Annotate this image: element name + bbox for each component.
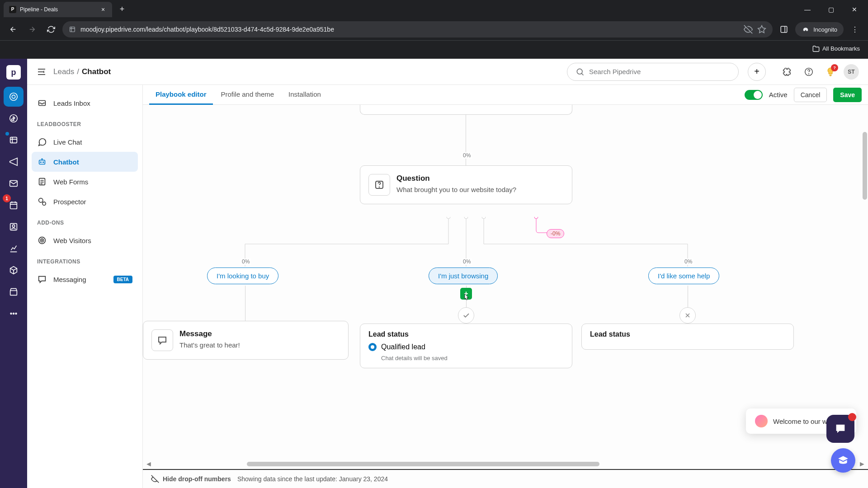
prospector-icon	[37, 197, 47, 206]
chat-bubble-icon	[834, 422, 847, 435]
collapse-sidebar-icon[interactable]	[36, 66, 47, 77]
breadcrumb-parent[interactable]: Leads	[53, 67, 74, 76]
radar-icon	[37, 235, 47, 245]
chat-fab[interactable]	[826, 415, 854, 443]
svg-point-20	[809, 74, 809, 74]
scroll-right-icon[interactable]: ►	[859, 461, 865, 467]
dropoff-percent: 0%	[683, 258, 693, 265]
incognito-badge[interactable]: Incognito	[795, 22, 844, 37]
sidebar-item-label: Messaging	[53, 276, 86, 283]
user-avatar[interactable]: ST	[844, 64, 859, 80]
scrollbar-thumb[interactable]	[247, 462, 599, 466]
flow-node-ghost[interactable]	[360, 105, 572, 115]
vertical-scrollbar[interactable]	[862, 105, 868, 461]
choice-chip-browsing[interactable]: I'm just browsing	[429, 267, 498, 284]
search-placeholder: Search Pipedrive	[589, 68, 641, 75]
app-logo[interactable]: p	[6, 65, 21, 80]
flow-node-question[interactable]: Question What brought you to our website…	[360, 165, 572, 204]
add-node-button[interactable]	[460, 288, 472, 300]
icon-rail: p 1	[0, 59, 27, 488]
save-button[interactable]: Save	[833, 88, 862, 102]
reload-button[interactable]	[43, 22, 59, 37]
horizontal-scrollbar[interactable]: ◄ ►	[143, 461, 868, 467]
tab-installation[interactable]: Installation	[282, 85, 327, 105]
rail-item-contacts[interactable]	[4, 217, 24, 237]
flow-node-lead-status[interactable]: Lead status Qualified lead Chat details …	[360, 324, 572, 368]
choice-chip-help[interactable]: I'd like some help	[648, 267, 719, 284]
sidebar-item-chatbot[interactable]: Chatbot	[32, 152, 138, 172]
svg-point-32	[379, 187, 380, 188]
tab-playbook-editor[interactable]: Playbook editor	[149, 85, 213, 105]
sidebar-heading-leadbooster: LEADBOOSTER	[32, 113, 138, 132]
rail-item-projects[interactable]	[4, 130, 24, 150]
rail-item-mail[interactable]	[4, 174, 24, 193]
footer-info: Showing data since the last update: Janu…	[237, 475, 388, 483]
tab-title: Pipeline - Deals	[20, 6, 96, 13]
cancel-button[interactable]: Cancel	[794, 88, 827, 102]
sidebar-item-messaging[interactable]: Messaging BETA	[32, 269, 138, 289]
extensions-icon[interactable]	[778, 63, 796, 80]
new-tab-button[interactable]: +	[116, 3, 128, 16]
minimize-button[interactable]: —	[797, 3, 817, 16]
breadcrumb-separator: /	[77, 67, 79, 76]
rail-item-insights[interactable]	[4, 239, 24, 258]
playbook-canvas[interactable]: 0% Question What brought you to our webs…	[143, 105, 868, 488]
search-input[interactable]: Search Pipedrive	[567, 63, 739, 81]
url-bar[interactable]: moodjoy.pipedrive.com/leads/chatbot/play…	[62, 21, 773, 38]
svg-point-16	[13, 313, 14, 314]
choice-chip-buy[interactable]: I'm looking to buy	[207, 267, 278, 284]
all-bookmarks-link[interactable]: All Bookmarks	[812, 45, 860, 52]
radio-selected-icon[interactable]	[368, 343, 377, 351]
svg-point-17	[15, 313, 17, 314]
message-node-icon	[151, 329, 173, 351]
sidebar-item-live-chat[interactable]: Live Chat	[32, 132, 138, 152]
svg-point-18	[577, 69, 582, 74]
scroll-left-icon[interactable]: ◄	[146, 461, 152, 467]
rail-item-products[interactable]	[4, 260, 24, 280]
svg-point-33	[447, 217, 450, 219]
svg-point-23	[40, 162, 41, 163]
rail-item-activities[interactable]: 1	[4, 195, 24, 215]
forward-button[interactable]	[24, 22, 40, 37]
tab-favicon: P	[9, 6, 16, 13]
rail-item-deals[interactable]	[4, 108, 24, 128]
sidebar-item-prospector[interactable]: Prospector	[32, 192, 138, 211]
rail-item-leads[interactable]	[4, 87, 24, 107]
flow-node-lead-status-right[interactable]: Lead status	[581, 324, 794, 350]
maximize-button[interactable]: ▢	[821, 3, 841, 16]
rail-badge: 1	[3, 194, 11, 202]
rail-item-campaigns[interactable]	[4, 152, 24, 172]
status-close-icon[interactable]	[679, 307, 696, 324]
hide-dropoff-link[interactable]: Hide drop-off numbers	[151, 475, 231, 483]
dropoff-percent: 0%	[462, 152, 472, 159]
back-button[interactable]	[5, 22, 21, 37]
notification-dot-icon	[5, 132, 9, 136]
folder-icon	[812, 45, 820, 52]
bookmark-star-icon[interactable]	[757, 25, 766, 34]
tips-icon[interactable]: ?	[822, 63, 839, 80]
sidebar-item-web-visitors[interactable]: Web Visitors	[32, 230, 138, 250]
rail-item-more[interactable]	[4, 304, 24, 324]
incognito-eye-icon[interactable]	[744, 25, 753, 34]
tab-close-icon[interactable]: ×	[99, 6, 107, 13]
sidebar-item-label: Leads Inbox	[53, 99, 90, 107]
tab-profile-theme[interactable]: Profile and theme	[215, 85, 281, 105]
dropoff-percent: 0%	[241, 258, 251, 265]
sidebar-item-leads-inbox[interactable]: Leads Inbox	[32, 93, 138, 113]
sidebar-item-web-forms[interactable]: Web Forms	[32, 172, 138, 192]
rail-item-marketplace[interactable]	[4, 282, 24, 302]
close-window-button[interactable]: ✕	[844, 3, 864, 16]
active-toggle[interactable]	[745, 90, 763, 100]
browser-menu-icon[interactable]: ⋮	[847, 22, 863, 37]
eye-off-icon	[151, 475, 159, 483]
academy-fab[interactable]	[831, 448, 855, 473]
svg-point-34	[464, 217, 468, 219]
browser-tab[interactable]: P Pipeline - Deals ×	[4, 2, 112, 17]
help-icon[interactable]	[800, 63, 817, 80]
add-button[interactable]: +	[748, 63, 766, 81]
svg-rect-0	[70, 27, 75, 32]
flow-node-message[interactable]: Message That's great to hear!	[143, 321, 349, 360]
scrollbar-thumb[interactable]	[863, 132, 867, 200]
status-check-icon[interactable]	[458, 307, 474, 324]
side-panel-icon[interactable]	[776, 22, 792, 37]
